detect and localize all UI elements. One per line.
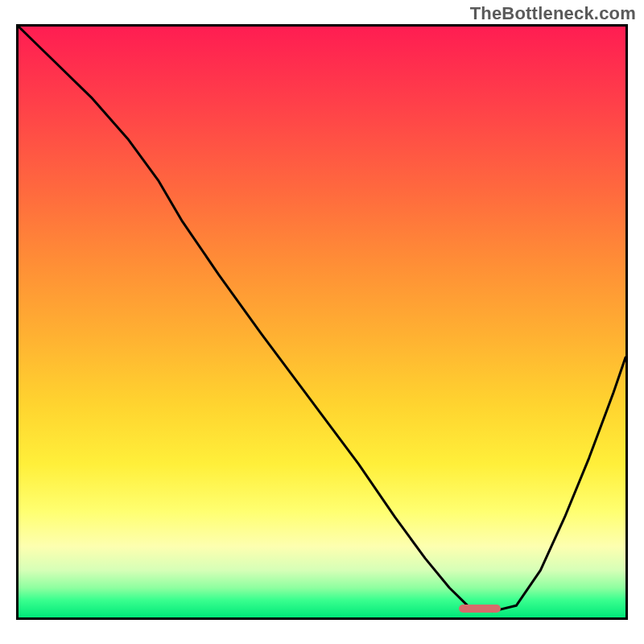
optimal-marker [459, 605, 502, 613]
plot-frame [16, 24, 628, 620]
bottleneck-curve-path [19, 27, 625, 612]
bottleneck-curve [19, 27, 625, 617]
chart-stage: TheBottleneck.com [0, 0, 644, 644]
watermark-text: TheBottleneck.com [470, 3, 636, 24]
